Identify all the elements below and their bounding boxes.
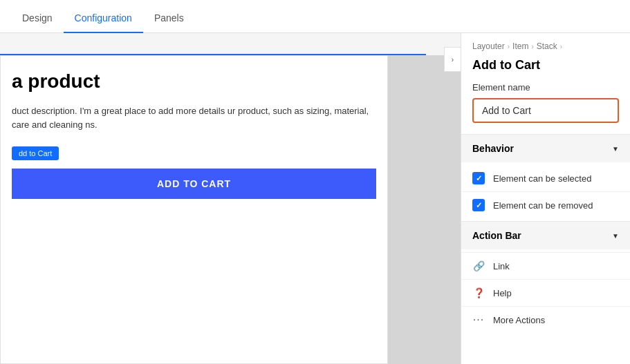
link-icon: 🔗 xyxy=(472,260,485,272)
chevron-right-icon: › xyxy=(452,56,454,64)
more-actions-icon: ··· xyxy=(472,314,485,326)
breadcrumb-stack[interactable]: Stack xyxy=(537,41,557,51)
action-help-label: Help xyxy=(493,288,512,298)
element-name-section: Element name xyxy=(461,82,630,134)
behavior-chevron-icon: ▼ xyxy=(612,145,619,153)
breadcrumb-separator-3: › xyxy=(560,43,562,50)
behavior-section-header[interactable]: Behavior ▼ xyxy=(461,134,630,162)
collapse-panel-button[interactable]: › xyxy=(444,47,461,72)
checkbox-selectable[interactable]: ✓ xyxy=(472,172,485,184)
breadcrumb-item[interactable]: Item xyxy=(512,41,528,51)
help-icon: ❓ xyxy=(472,287,485,299)
breadcrumb-layoter[interactable]: Layouter xyxy=(472,41,505,51)
product-title: a product xyxy=(12,70,376,93)
panel-title: Add to Cart xyxy=(461,55,630,82)
checkmark-icon: ✓ xyxy=(476,174,482,183)
action-bar-items: 🔗 Link ❓ Help ··· More Actions xyxy=(461,249,630,336)
action-more-label: More Actions xyxy=(493,315,545,325)
action-item-more[interactable]: ··· More Actions xyxy=(461,306,630,333)
element-name-input[interactable] xyxy=(472,98,619,123)
add-to-cart-badge: dd to Cart xyxy=(12,146,59,160)
checkbox-removable[interactable]: ✓ xyxy=(472,199,485,211)
main-area: › a product duct description. I'm a grea… xyxy=(0,33,630,364)
action-item-help[interactable]: ❓ Help xyxy=(461,279,630,306)
checkmark-icon-2: ✓ xyxy=(476,201,482,210)
preview-area: › a product duct description. I'm a grea… xyxy=(0,33,461,364)
action-bar-section-header[interactable]: Action Bar ▼ xyxy=(461,221,630,249)
action-link-label: Link xyxy=(493,261,510,271)
action-bar-chevron-icon: ▼ xyxy=(612,232,619,240)
action-item-link[interactable]: 🔗 Link xyxy=(461,252,630,279)
checkbox-item-removable[interactable]: ✓ Element can be removed xyxy=(461,191,630,218)
element-name-label: Element name xyxy=(472,82,619,93)
add-to-cart-button[interactable]: ADD TO CART xyxy=(12,169,376,199)
product-card: a product duct description. I'm a great … xyxy=(0,55,388,364)
breadcrumb: Layouter › Item › Stack › xyxy=(461,33,630,55)
tab-design[interactable]: Design xyxy=(11,4,64,33)
action-bar-title: Action Bar xyxy=(472,230,521,241)
tab-configuration[interactable]: Configuration xyxy=(64,4,143,33)
behavior-items: ✓ Element can be selected ✓ Element can … xyxy=(461,162,630,221)
top-navigation: Design Configuration Panels xyxy=(0,0,630,33)
breadcrumb-separator-2: › xyxy=(531,43,533,50)
checkbox-removable-label: Element can be removed xyxy=(493,200,593,211)
behavior-title: Behavior xyxy=(472,143,514,154)
tab-panels[interactable]: Panels xyxy=(143,4,195,33)
checkbox-selectable-label: Element can be selected xyxy=(493,173,591,184)
right-panel: Layouter › Item › Stack › Add to Cart El… xyxy=(461,33,630,364)
breadcrumb-separator-1: › xyxy=(508,43,510,50)
checkbox-item-selectable[interactable]: ✓ Element can be selected xyxy=(461,165,630,191)
product-description: duct description. I'm a great place to a… xyxy=(12,104,376,133)
gray-divider xyxy=(388,55,461,364)
